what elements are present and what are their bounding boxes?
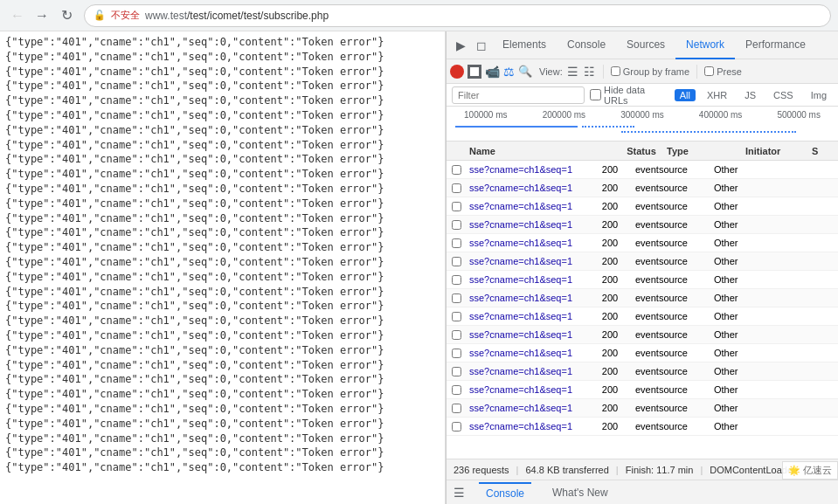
table-row[interactable]: sse?cname=ch1&seq=1 200 eventsource Othe… bbox=[447, 216, 838, 234]
tab-console[interactable]: Console bbox=[557, 31, 616, 59]
table-row[interactable]: sse?cname=ch1&seq=1 200 eventsource Othe… bbox=[447, 179, 838, 197]
row-initiator-0: Other bbox=[710, 164, 780, 175]
tab-network[interactable]: Network bbox=[675, 31, 735, 59]
tab-elements[interactable]: Elements bbox=[492, 31, 557, 59]
table-row[interactable]: sse?cname=ch1&seq=1 200 eventsource Othe… bbox=[447, 344, 838, 362]
ali-text: 🌟 亿速云 bbox=[788, 464, 832, 477]
search-icon[interactable]: 🔍 bbox=[518, 65, 532, 78]
table-row[interactable]: sse?cname=ch1&seq=1 200 eventsource Othe… bbox=[447, 399, 838, 418]
page-line: {"type":"401","cname":"ch1","seq":0,"con… bbox=[5, 387, 440, 402]
filter-js-button[interactable]: JS bbox=[738, 88, 762, 102]
table-row[interactable]: sse?cname=ch1&seq=1 200 eventsource Othe… bbox=[447, 289, 838, 307]
record-button[interactable] bbox=[450, 65, 464, 79]
row-checkbox-9[interactable] bbox=[447, 330, 466, 340]
url-path: /test/icomet/test/subscribe.php bbox=[187, 10, 329, 22]
preserve-log-checkbox[interactable] bbox=[704, 66, 714, 76]
forward-button[interactable]: → bbox=[31, 5, 52, 26]
hide-data-urls-label[interactable]: Hide data URLs bbox=[590, 85, 669, 106]
row-checkbox-3[interactable] bbox=[447, 220, 466, 230]
tab-whats-new[interactable]: What's New bbox=[545, 483, 615, 502]
table-row[interactable]: sse?cname=ch1&seq=1 200 eventsource Othe… bbox=[447, 271, 838, 289]
filter-icon[interactable]: ⚖ bbox=[503, 65, 515, 79]
row-initiator-6: Other bbox=[710, 274, 780, 285]
row-type-13: eventsource bbox=[632, 403, 710, 413]
row-checkbox-6[interactable] bbox=[447, 275, 466, 285]
timeline-label-1: 100000 ms bbox=[447, 110, 525, 120]
network-table[interactable]: Name Status Type Initiator S sse?cname=c… bbox=[447, 142, 838, 459]
row-status-13: 200 bbox=[588, 403, 632, 413]
row-status-11: 200 bbox=[588, 366, 632, 376]
filter-xhr-button[interactable]: XHR bbox=[701, 88, 733, 102]
address-bar[interactable]: 🔓 不安全 www.test/test/icomet/test/subscrib… bbox=[84, 4, 831, 27]
table-row[interactable]: sse?cname=ch1&seq=1 200 eventsource Othe… bbox=[447, 381, 838, 399]
filter-img-button[interactable]: Img bbox=[805, 88, 833, 102]
hide-data-urls-checkbox[interactable] bbox=[590, 89, 601, 100]
filter-css-button[interactable]: CSS bbox=[767, 88, 800, 102]
insecure-label: 不安全 bbox=[111, 9, 140, 22]
page-line: {"type":"401","cname":"ch1","seq":0,"con… bbox=[5, 460, 440, 475]
tab-performance[interactable]: Performance bbox=[735, 31, 816, 59]
view-grid-icon[interactable]: ☷ bbox=[584, 65, 595, 79]
separator2 bbox=[696, 65, 697, 79]
tab-console-bottom[interactable]: Console bbox=[479, 482, 531, 503]
devtools-mobile-icon[interactable]: ◻ bbox=[471, 35, 492, 56]
network-toolbar: 📹 ⚖ 🔍 View: ☰ ☷ Group by frame Prese bbox=[447, 59, 838, 84]
row-type-12: eventsource bbox=[632, 384, 710, 395]
page-line: {"type":"401","cname":"ch1","seq":0,"con… bbox=[5, 167, 440, 182]
table-row[interactable]: sse?cname=ch1&seq=1 200 eventsource Othe… bbox=[447, 161, 838, 179]
reload-button[interactable]: ↻ bbox=[56, 5, 77, 26]
hide-data-urls-text: Hide data URLs bbox=[604, 85, 669, 106]
group-by-frame-checkbox[interactable] bbox=[611, 66, 620, 76]
row-checkbox-12[interactable] bbox=[447, 385, 466, 395]
bottom-menu-icon[interactable]: ☰ bbox=[454, 486, 465, 500]
row-name-1: sse?cname=ch1&seq=1 bbox=[466, 183, 588, 193]
timeline-bar-1 bbox=[455, 126, 578, 128]
group-by-frame-label[interactable]: Group by frame bbox=[611, 66, 689, 77]
screenshot-icon[interactable]: 📹 bbox=[485, 65, 500, 79]
timeline-label-2: 200000 ms bbox=[525, 110, 604, 120]
row-checkbox-8[interactable] bbox=[447, 312, 466, 321]
table-row[interactable]: sse?cname=ch1&seq=1 200 eventsource Othe… bbox=[447, 252, 838, 271]
page-line: {"type":"401","cname":"ch1","seq":0,"con… bbox=[5, 50, 440, 65]
row-checkbox-4[interactable] bbox=[447, 238, 466, 248]
request-count: 236 requests bbox=[454, 465, 509, 475]
back-button[interactable]: ← bbox=[7, 5, 28, 26]
row-checkbox-10[interactable] bbox=[447, 349, 466, 358]
row-checkbox-7[interactable] bbox=[447, 293, 466, 303]
row-status-1: 200 bbox=[588, 183, 632, 193]
page-line: {"type":"401","cname":"ch1","seq":0,"con… bbox=[5, 255, 440, 270]
row-initiator-4: Other bbox=[710, 238, 780, 248]
view-label: View: bbox=[539, 66, 563, 77]
row-status-7: 200 bbox=[588, 293, 632, 303]
row-checkbox-0[interactable] bbox=[447, 165, 466, 175]
table-row[interactable]: sse?cname=ch1&seq=1 200 eventsource Othe… bbox=[447, 234, 838, 252]
stop-button[interactable] bbox=[467, 65, 481, 79]
filter-bar: Hide data URLs All XHR JS CSS Img bbox=[447, 84, 838, 107]
page-line: {"type":"401","cname":"ch1","seq":0,"con… bbox=[5, 343, 440, 358]
devtools-cursor-icon[interactable]: ▶ bbox=[450, 35, 471, 56]
row-name-12: sse?cname=ch1&seq=1 bbox=[466, 384, 588, 395]
row-name-6: sse?cname=ch1&seq=1 bbox=[466, 274, 588, 285]
row-status-3: 200 bbox=[588, 219, 632, 230]
view-list-icon[interactable]: ☰ bbox=[567, 65, 578, 79]
table-row[interactable]: sse?cname=ch1&seq=1 200 eventsource Othe… bbox=[447, 307, 838, 326]
nav-buttons: ← → ↻ bbox=[7, 5, 77, 26]
tab-sources[interactable]: Sources bbox=[616, 31, 675, 59]
row-status-4: 200 bbox=[588, 238, 632, 248]
filter-input[interactable] bbox=[452, 86, 585, 104]
status-sep-1: | bbox=[516, 465, 519, 475]
row-checkbox-13[interactable] bbox=[447, 404, 466, 413]
table-row[interactable]: sse?cname=ch1&seq=1 200 eventsource Othe… bbox=[447, 197, 838, 216]
table-row[interactable]: sse?cname=ch1&seq=1 200 eventsource Othe… bbox=[447, 362, 838, 381]
preserve-log-label[interactable]: Prese bbox=[704, 66, 742, 77]
devtools-panel: ▶ ◻ Elements Console Sources Network Per… bbox=[446, 31, 838, 504]
filter-all-button[interactable]: All bbox=[675, 89, 696, 101]
page-line: {"type":"401","cname":"ch1","seq":0,"con… bbox=[5, 445, 440, 460]
row-checkbox-1[interactable] bbox=[447, 183, 466, 193]
table-row[interactable]: sse?cname=ch1&seq=1 200 eventsource Othe… bbox=[447, 418, 838, 436]
row-checkbox-11[interactable] bbox=[447, 367, 466, 376]
row-checkbox-5[interactable] bbox=[447, 257, 466, 266]
table-row[interactable]: sse?cname=ch1&seq=1 200 eventsource Othe… bbox=[447, 326, 838, 344]
row-checkbox-14[interactable] bbox=[447, 422, 466, 432]
row-checkbox-2[interactable] bbox=[447, 202, 466, 211]
